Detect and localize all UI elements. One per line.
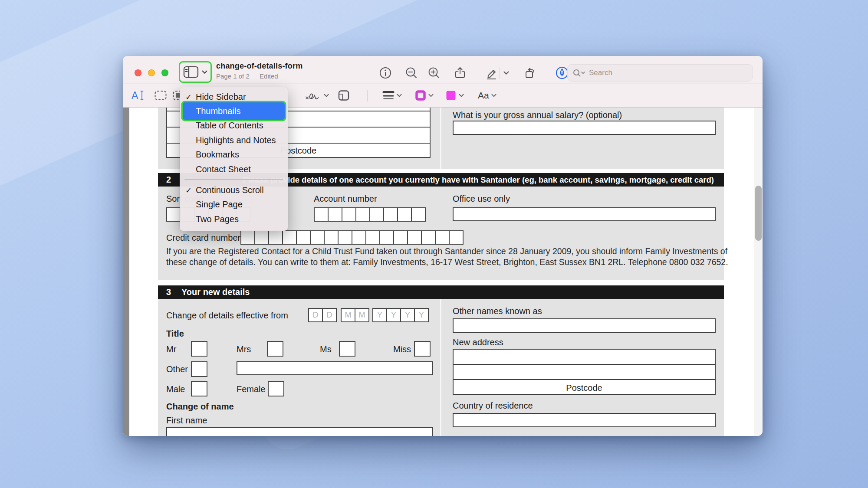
new-address-box[interactable]: Postcode bbox=[453, 349, 716, 395]
other-names-input-box[interactable] bbox=[453, 318, 716, 333]
chevron-down-icon bbox=[324, 94, 329, 97]
signature-icon bbox=[305, 90, 322, 101]
selection-rect-icon bbox=[154, 90, 167, 101]
chevron-down-icon bbox=[428, 94, 434, 97]
menu-item-label: Bookmarks bbox=[196, 150, 239, 160]
female-label: Female bbox=[237, 384, 266, 394]
sidebar-dropdown-menu: ✓ Hide Sidebar Thumbnails Table of Conte… bbox=[180, 87, 288, 231]
title-miss-checkbox[interactable] bbox=[414, 341, 431, 357]
zoom-in-button[interactable] bbox=[426, 66, 442, 80]
chevron-down-icon bbox=[503, 71, 509, 75]
ctf-note-line-1: If you are the Registered Contact for a … bbox=[166, 246, 727, 256]
menu-item-single-page[interactable]: Single Page bbox=[180, 197, 288, 212]
zoom-window-button[interactable] bbox=[161, 69, 168, 76]
menu-item-highlights-and-notes[interactable]: Highlights and Notes bbox=[180, 133, 288, 147]
male-label: Male bbox=[166, 384, 185, 394]
scrollbar-thumb[interactable] bbox=[755, 186, 762, 241]
ctf-note-line-2: these change of details. You can write t… bbox=[166, 257, 728, 267]
first-name-input-box[interactable] bbox=[166, 427, 433, 436]
shape-style-button[interactable] bbox=[382, 84, 402, 107]
menu-item-label: Contact Sheet bbox=[196, 164, 251, 174]
window-subtitle: Page 1 of 2 — Edited bbox=[216, 72, 278, 80]
close-window-button[interactable] bbox=[135, 69, 141, 76]
menu-item-thumbnails[interactable]: Thumbnails bbox=[183, 102, 285, 120]
info-button[interactable] bbox=[378, 66, 393, 80]
title-other-label: Other bbox=[166, 364, 188, 374]
note-button[interactable] bbox=[338, 84, 350, 107]
minimize-window-button[interactable] bbox=[148, 69, 155, 76]
search-icon bbox=[573, 69, 586, 77]
title-miss-label: Miss bbox=[393, 344, 411, 354]
other-names-label: Other names known as bbox=[453, 306, 542, 316]
female-checkbox[interactable] bbox=[268, 381, 284, 396]
note-icon bbox=[338, 90, 350, 101]
scrollbar-track[interactable] bbox=[754, 108, 763, 436]
menu-item-table-of-contents[interactable]: Table of Contents bbox=[180, 118, 288, 133]
account-number-label: Account number bbox=[314, 194, 377, 204]
new-address-label: New address bbox=[453, 337, 503, 347]
menu-item-label: Thumbnails bbox=[196, 106, 240, 116]
date-month-boxes[interactable]: M M bbox=[341, 308, 369, 322]
new-address-postcode-label: Postcode bbox=[454, 383, 715, 393]
title-mrs-label: Mrs bbox=[237, 344, 251, 354]
rotate-button[interactable] bbox=[523, 66, 538, 80]
date-day-boxes[interactable]: D D bbox=[308, 308, 337, 322]
fill-color-button[interactable] bbox=[445, 84, 464, 107]
office-use-label: Office use only bbox=[453, 194, 510, 204]
menu-item-two-pages[interactable]: Two Pages bbox=[180, 212, 288, 226]
text-tool-icon: A bbox=[132, 91, 138, 101]
text-selection-tool-button[interactable]: A bbox=[132, 84, 144, 107]
title-mr-label: Mr bbox=[166, 344, 176, 354]
section-3-number: 3 bbox=[166, 287, 171, 297]
title-other-checkbox[interactable] bbox=[191, 361, 207, 377]
country-input-box[interactable] bbox=[453, 413, 716, 427]
title-mr-checkbox[interactable] bbox=[191, 341, 207, 357]
highlighter-icon bbox=[484, 66, 498, 80]
signature-button[interactable] bbox=[305, 84, 329, 107]
chevron-down-icon bbox=[397, 94, 402, 97]
zoom-in-icon bbox=[427, 66, 441, 79]
rotate-icon bbox=[523, 66, 537, 80]
section-2-number: 2 bbox=[166, 175, 171, 185]
section-3-header: 3 Your new details bbox=[158, 285, 724, 299]
effective-from-label: Change of details effective from bbox=[166, 311, 288, 321]
title-other-input-box[interactable] bbox=[237, 361, 433, 375]
sidebar-menu-button[interactable] bbox=[179, 61, 212, 83]
office-use-input-box[interactable] bbox=[453, 207, 716, 221]
share-button[interactable] bbox=[452, 66, 468, 80]
border-color-button[interactable] bbox=[415, 84, 434, 107]
change-of-name-label: Change of name bbox=[166, 402, 234, 412]
menu-item-continuous-scroll[interactable]: ✓ Continuous Scroll bbox=[180, 183, 288, 197]
highlight-button[interactable] bbox=[483, 66, 499, 80]
account-number-boxes[interactable] bbox=[314, 207, 426, 222]
menu-item-label: Highlights and Notes bbox=[196, 135, 276, 145]
title-ms-checkbox[interactable] bbox=[339, 341, 355, 357]
menu-item-bookmarks[interactable]: Bookmarks bbox=[180, 147, 288, 162]
title-mrs-checkbox[interactable] bbox=[267, 341, 283, 357]
search-input[interactable]: Search bbox=[567, 64, 753, 82]
text-cursor-icon bbox=[140, 90, 144, 101]
menu-item-contact-sheet[interactable]: Contact Sheet bbox=[180, 162, 288, 177]
title-bar: change-of-details-form Page 1 of 2 — Edi… bbox=[123, 56, 763, 83]
toolbar-divider bbox=[367, 90, 368, 102]
checkmark-icon: ✓ bbox=[185, 92, 192, 102]
menu-item-label: Continuous Scroll bbox=[196, 185, 264, 195]
zoom-out-button[interactable] bbox=[404, 66, 419, 80]
chevron-down-icon bbox=[491, 94, 496, 97]
salary-input-box[interactable] bbox=[453, 121, 716, 135]
menu-item-label: Two Pages bbox=[196, 214, 239, 224]
chevron-down-icon bbox=[459, 94, 464, 97]
highlight-options-button[interactable] bbox=[500, 66, 512, 80]
line-weight-icon bbox=[382, 90, 395, 101]
text-style-button[interactable]: Aa bbox=[478, 84, 496, 107]
date-year-boxes[interactable]: Y Y Y Y bbox=[372, 308, 429, 322]
text-style-icon: Aa bbox=[478, 90, 489, 101]
column-divider bbox=[440, 299, 441, 436]
male-checkbox[interactable] bbox=[191, 381, 207, 396]
credit-card-boxes[interactable] bbox=[240, 230, 464, 245]
info-icon bbox=[379, 66, 392, 79]
share-icon bbox=[454, 66, 467, 79]
zoom-out-icon bbox=[405, 66, 418, 79]
rectangular-selection-tool-button[interactable] bbox=[154, 84, 167, 107]
title-ms-label: Ms bbox=[320, 344, 332, 354]
